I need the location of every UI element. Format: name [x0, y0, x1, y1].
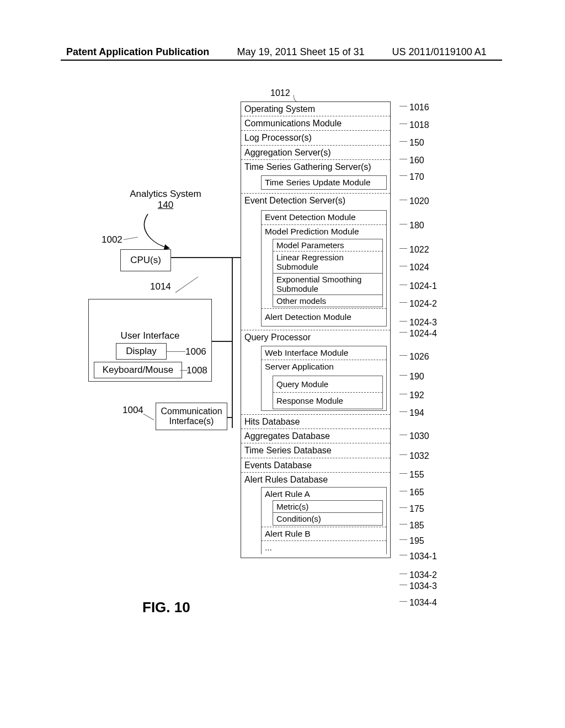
mem-ts-update-module: Time Series Update Module [262, 176, 386, 189]
ref-150: 150 [399, 138, 424, 148]
ref-185: 185 [399, 521, 424, 531]
title-to-cpu-arrow [137, 214, 186, 253]
ref-1022: 1022 [399, 245, 429, 255]
mem-ardb-label: Alert Rules Database [244, 474, 387, 485]
ref-1006: 1006 [185, 346, 206, 357]
ref-1024: 1024 [399, 263, 429, 272]
ref-1008: 1008 [186, 365, 207, 376]
ref-165: 165 [399, 488, 424, 497]
mem-os: Operating System [241, 102, 390, 116]
mem-ts-gathering-servers: Time Series Gathering Server(s) Time Ser… [241, 160, 390, 194]
mem-mpm-label: Model Prediction Module [265, 227, 383, 237]
mem-metrics: Metric(s) [273, 501, 382, 513]
memory-box: Operating System Communications Module L… [241, 101, 391, 558]
mem-ts-gathering-label: Time Series Gathering Server(s) [244, 162, 387, 172]
mem-conditions: Condition(s) [273, 513, 382, 524]
ref-1020: 1020 [399, 196, 429, 206]
bus-cpu-leg [171, 257, 233, 258]
mem-model-parameters: Model Parameters [273, 239, 382, 251]
ref-1024-1: 1024-1 [399, 281, 437, 291]
analytics-system-ref: 140 [116, 200, 215, 211]
ref-1014: 1014 [150, 281, 171, 292]
ref-195: 195 [399, 536, 424, 546]
ref-190: 190 [399, 372, 424, 382]
figure-label: FIG. 10 [142, 599, 190, 616]
analytics-system-title: Analytics System 140 [116, 189, 215, 211]
mem-events-database: Events Database [241, 458, 390, 473]
mem-hits-database: Hits Database [241, 415, 390, 429]
ref-1034-4: 1034-4 [399, 598, 437, 608]
mem-event-detection-module: Event Detection Module [262, 211, 386, 224]
ref-192: 192 [399, 390, 424, 400]
ref-1026: 1026 [399, 352, 429, 362]
keyboard-mouse-box: Keyboard/Mouse [94, 362, 182, 378]
ref-1018: 1018 [399, 120, 429, 130]
mem-ruleA-label: Alert Rule A [265, 489, 383, 499]
ref-194: 194 [399, 408, 424, 418]
tick-1014 [175, 276, 199, 292]
mem-aggregation-servers: Aggregation Server(s) [241, 146, 390, 160]
mem-ardb-nest: Alert Rule A Metric(s) Condition(s) Aler… [261, 487, 387, 554]
ref-1024-2: 1024-2 [399, 299, 437, 309]
ref-1034-3: 1034-3 [399, 581, 437, 591]
mem-comm-module: Communications Module [241, 116, 390, 131]
mem-response-module: Response Module [273, 393, 382, 409]
analytics-system-name: Analytics System [116, 189, 215, 200]
ref-170: 170 [399, 172, 424, 182]
mem-sapp-label: Server Application [265, 362, 383, 372]
header-right: US 2011/0119100 A1 [392, 46, 487, 57]
ref-1004: 1004 [122, 405, 143, 416]
communication-interfaces-box: Communication Interface(s) [156, 403, 227, 430]
bus-comm-leg [227, 417, 233, 418]
display-box: Display [116, 343, 167, 360]
mem-qp-nest: Web Interface Module Server Application … [261, 346, 387, 411]
ref-155: 155 [399, 470, 424, 480]
ref-1034-2: 1034-2 [399, 570, 437, 580]
mem-query-processor: Query Processor Web Interface Module Ser… [241, 330, 390, 415]
ref-1012: 1012 [270, 88, 290, 98]
ref-1034-1: 1034-1 [399, 552, 437, 561]
page-header: Patent Application Publication May 19, 2… [0, 46, 565, 58]
mem-alert-rule-a: Alert Rule A Metric(s) Condition(s) [262, 488, 386, 527]
bus-vertical [232, 257, 233, 428]
mem-eds-label: Event Detection Server(s) [244, 195, 387, 206]
mem-log-processors: Log Processor(s) [241, 131, 390, 145]
mem-ellipsis: ... [262, 541, 386, 554]
mem-alert-detection-module: Alert Detection Module [262, 309, 386, 325]
header-center: May 19, 2011 Sheet 15 of 31 [237, 46, 364, 57]
mem-ruleA-nest: Metric(s) Condition(s) [273, 500, 383, 526]
communication-interfaces-label: Communication Interface(s) [156, 406, 227, 427]
display-label: Display [126, 346, 157, 357]
mem-web-interface-module: Web Interface Module [262, 346, 386, 360]
ref-175: 175 [399, 504, 424, 514]
ref-1016: 1016 [399, 103, 429, 113]
ref-1024-4: 1024-4 [399, 329, 437, 339]
mem-sapp-nest: Query Module Response Module [273, 376, 383, 410]
ref-1032: 1032 [399, 451, 429, 461]
mem-eds-nest: Event Detection Module Model Prediction … [261, 210, 387, 326]
ref-1024-3: 1024-3 [399, 318, 437, 328]
mem-event-detection-servers: Event Detection Server(s) Event Detectio… [241, 194, 390, 330]
cpu-box: CPU(s) [120, 249, 171, 271]
user-interface-label: User Interface [89, 330, 211, 341]
ref-160: 160 [399, 156, 424, 165]
ref-1002: 1002 [102, 234, 122, 245]
keyboard-mouse-label: Keyboard/Mouse [103, 365, 174, 376]
mem-exponential-smoothing-submodule: Exponential Smoothing Submodule [273, 274, 382, 296]
mem-alert-rule-b: Alert Rule B [262, 527, 386, 541]
mem-other-models: Other models [273, 295, 382, 307]
header-left: Patent Application Publication [66, 46, 209, 57]
mem-linear-regression-submodule: Linear Regression Submodule [273, 251, 382, 274]
mem-alert-rules-database: Alert Rules Database Alert Rule A Metric… [241, 473, 390, 558]
tick-1008 [180, 370, 188, 371]
bus-ui-leg [212, 341, 233, 342]
mem-query-module: Query Module [273, 376, 382, 393]
mem-time-series-database: Time Series Database [241, 443, 390, 458]
mem-ts-update-nest: Time Series Update Module [261, 175, 387, 190]
mem-model-prediction-module: Model Prediction Module Model Parameters… [262, 225, 386, 309]
ref-1030: 1030 [399, 431, 429, 441]
tick-1006 [167, 351, 185, 352]
ref-180: 180 [399, 221, 424, 231]
mem-aggregates-database: Aggregates Database [241, 429, 390, 443]
mem-mpm-nest: Model Parameters Linear Regression Submo… [273, 239, 383, 308]
